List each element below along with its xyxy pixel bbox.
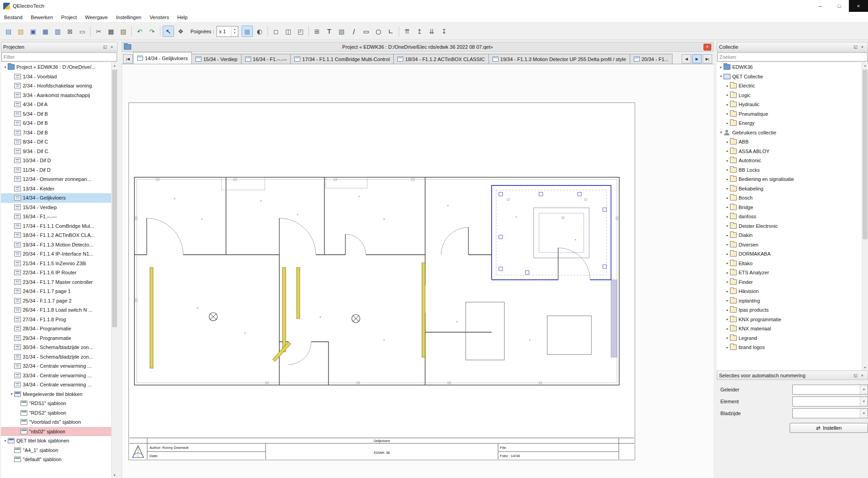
- collection-tree-item[interactable]: Ipas products: [717, 305, 862, 315]
- menu-item[interactable]: Bestand: [0, 12, 26, 22]
- project-tree-item[interactable]: 18/34 - F1.1.2 ACTinBOX CLA...: [1, 231, 112, 240]
- menu-item[interactable]: Instellingen: [112, 12, 145, 22]
- expand-chevron-icon[interactable]: [725, 215, 730, 219]
- expand-chevron-icon[interactable]: [3, 65, 8, 69]
- project-tree-item[interactable]: Meegeleverde titel blokken: [1, 390, 112, 399]
- expand-chevron-icon[interactable]: [725, 242, 730, 247]
- save-project-button[interactable]: ▣: [27, 26, 39, 37]
- expand-chevron-icon[interactable]: [725, 271, 730, 275]
- tab-scroll-last-button[interactable]: ▶|: [703, 54, 712, 63]
- add-line-button[interactable]: ∕: [348, 26, 360, 37]
- document-tab[interactable]: 20/34 - F1...: [630, 54, 673, 64]
- collection-tree-item[interactable]: Deister Electronic: [717, 221, 862, 231]
- expand-chevron-icon[interactable]: [725, 308, 730, 312]
- collection-tree-item[interactable]: Electric: [717, 81, 862, 91]
- expand-chevron-icon[interactable]: [725, 112, 730, 116]
- collection-search-input[interactable]: [717, 52, 868, 62]
- collection-tree-item[interactable]: Diakin: [717, 231, 862, 240]
- menu-item[interactable]: Weergave: [81, 12, 112, 22]
- new-project-button[interactable]: ▤: [3, 26, 14, 37]
- collection-tree-item[interactable]: Autotronic: [717, 156, 862, 165]
- collection-tree-item[interactable]: Diversen: [717, 240, 862, 250]
- numbering-settings-button[interactable]: ⇄ Instellen: [790, 423, 868, 433]
- project-tree-item[interactable]: 13/34 - Kelder: [1, 184, 112, 194]
- collection-tree-item[interactable]: Hikvision: [717, 287, 862, 296]
- float-panel-icon[interactable]: ◱: [102, 44, 108, 50]
- grid-snap-button[interactable]: ▦: [241, 26, 253, 37]
- scroll-down-icon[interactable]: ▼: [862, 365, 868, 370]
- document-tab[interactable]: 15/34 - Verdiep: [191, 54, 241, 64]
- lower-element-button[interactable]: ⇊: [426, 26, 437, 37]
- collection-scrollbar[interactable]: ▲ ▼: [862, 62, 868, 370]
- add-table-button[interactable]: ⊞: [311, 26, 323, 37]
- menu-item[interactable]: Help: [173, 12, 192, 22]
- close-panel-icon[interactable]: ×: [859, 44, 866, 50]
- project-tree-item[interactable]: 10/34 - Dif D: [1, 156, 112, 165]
- maximize-button[interactable]: □: [830, 0, 849, 12]
- project-tree-item[interactable]: "rds02" sjabloon: [1, 427, 112, 437]
- paste-button[interactable]: ▧: [118, 26, 129, 37]
- collection-tree-item[interactable]: Pneumatique: [717, 109, 862, 119]
- project-tree-item[interactable]: 20/34 - F1.1.4 IP-Interface N1...: [1, 249, 112, 259]
- project-tree-item[interactable]: 21/34 - F1.1.5 InZennio Z38i: [1, 259, 112, 268]
- expand-chevron-icon[interactable]: [719, 65, 724, 69]
- project-tree-item[interactable]: QET titel blok sjablonen: [1, 436, 112, 446]
- background-fill-button[interactable]: ◐: [254, 26, 265, 37]
- scrollbar-thumb[interactable]: [112, 70, 117, 327]
- project-tree-item[interactable]: 16/34 - F1.--.---: [1, 212, 112, 221]
- numbering-combobox[interactable]: ▾: [792, 408, 868, 418]
- menu-item[interactable]: Vensters: [145, 12, 173, 22]
- expand-chevron-icon[interactable]: [725, 289, 730, 293]
- expand-chevron-icon[interactable]: [725, 140, 730, 144]
- collection-tree-item[interactable]: Bridge: [717, 203, 862, 212]
- expand-chevron-icon[interactable]: [725, 196, 730, 200]
- collection-tree-item[interactable]: KNX materiaal: [717, 324, 862, 334]
- raise-element-button[interactable]: ⇈: [401, 26, 413, 37]
- document-tab[interactable]: 14/34 - Gelijkvloers: [133, 52, 192, 64]
- filter-input[interactable]: [1, 52, 117, 62]
- expand-chevron-icon[interactable]: [725, 317, 730, 321]
- spinner-arrows-icon[interactable]: ▲ ▼: [231, 26, 238, 36]
- collection-tree-item[interactable]: Eltako: [717, 259, 862, 268]
- document-tab[interactable]: 16/34 - F1.--.---: [241, 54, 291, 64]
- selection-rect-button[interactable]: ◻: [270, 26, 282, 37]
- selection-intersect-button[interactable]: ◰: [295, 26, 306, 37]
- collection-tree-item[interactable]: Gebruikers collectie: [717, 128, 862, 138]
- project-tree-item[interactable]: 7/34 - Dif B: [1, 128, 112, 138]
- collection-tree-item[interactable]: Bekabeling: [717, 184, 862, 194]
- spin-down-icon[interactable]: ▼: [233, 31, 236, 35]
- project-tree-item[interactable]: 5/34 - Dif B: [1, 109, 112, 119]
- collection-tree-item[interactable]: DORMAKABA: [717, 249, 862, 259]
- expand-chevron-icon[interactable]: [725, 261, 730, 265]
- collection-tree-item[interactable]: Energy: [717, 118, 862, 128]
- combo-arrow-icon[interactable]: ▾: [860, 409, 868, 418]
- project-tree-item[interactable]: 4/34 - Dif A: [1, 100, 112, 109]
- tab-scroll-first-button[interactable]: |◀: [123, 54, 133, 63]
- project-tree-item[interactable]: 15/34 - Verdiep: [1, 203, 112, 212]
- cut-button[interactable]: ✂: [93, 26, 104, 37]
- bring-front-button[interactable]: ↥: [414, 26, 425, 37]
- add-text-button[interactable]: T: [324, 26, 335, 37]
- close-button[interactable]: ×: [849, 0, 868, 12]
- project-tree-item[interactable]: 31/34 - Schema/bladzijde zon...: [1, 352, 112, 362]
- collection-tree-item[interactable]: Hydraulic: [717, 100, 862, 109]
- redo-button[interactable]: ↷: [146, 26, 158, 37]
- expand-chevron-icon[interactable]: [725, 205, 730, 209]
- expand-chevron-icon[interactable]: [719, 74, 724, 78]
- expand-chevron-icon[interactable]: [725, 345, 730, 350]
- document-tab[interactable]: 17/34 - F1.1.1 ComBridge Multi-Control: [290, 54, 394, 64]
- project-tree-item[interactable]: 12/34 - Omvormer zonnepan...: [1, 175, 112, 184]
- selection-add-button[interactable]: ◫: [282, 26, 294, 37]
- expand-chevron-icon[interactable]: [3, 439, 8, 443]
- project-tree-item[interactable]: 2/34 - Hoofdschakelaar woning: [1, 81, 112, 91]
- collection-tree-item[interactable]: EDWK36: [717, 62, 862, 72]
- select-mode-button[interactable]: ↖: [163, 26, 174, 37]
- project-tree-item[interactable]: 3/34 - Aankomst maatschappij: [1, 91, 112, 100]
- collection-tree-item[interactable]: ASSA ABLOY: [717, 147, 862, 156]
- project-tree-item[interactable]: 25/34 - F.1.1.7 page 2: [1, 296, 112, 306]
- scroll-down-icon[interactable]: ▼: [112, 472, 118, 478]
- project-tree-item[interactable]: 23/34 - F1.1.7 Master controller: [1, 278, 112, 287]
- project-tree-item[interactable]: 32/34 - Centrale verwarming ...: [1, 361, 112, 371]
- diagram-sheet[interactable]: Gelijkvloers Author: Ronny Desmedt Date:…: [128, 103, 635, 460]
- expand-chevron-icon[interactable]: [725, 186, 730, 190]
